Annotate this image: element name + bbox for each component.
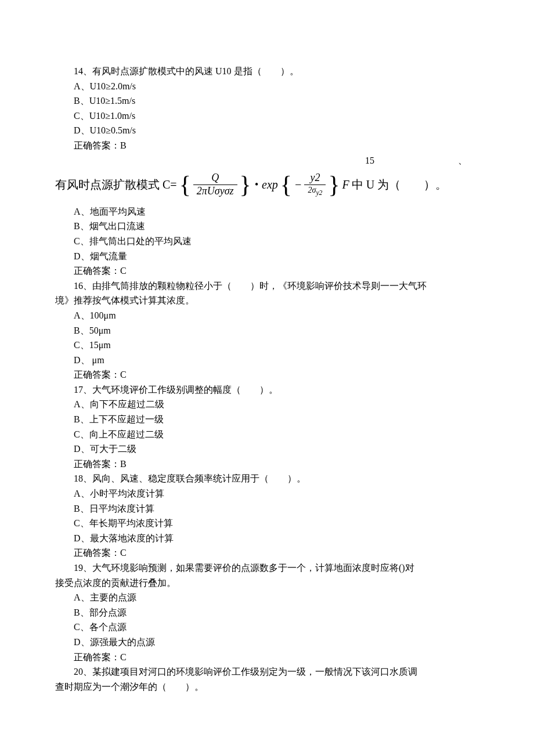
q14-opt-c: C、U10≥1.0m/s (55, 108, 479, 124)
q14-text: 14、有风时点源扩散模式中的风速 U10 是指（ ）。 (55, 64, 479, 79)
q15-frac2-num: y2 (306, 172, 323, 185)
minus-icon: − (294, 175, 302, 194)
q19-line1: 19、大气环境影响预测，如果需要评价的点源数多于一个，计算地面浓度时应将()对 (55, 560, 479, 576)
q15-opt-c: C、排气筒出口处的平均风速 (55, 234, 479, 249)
q18-opt-b: B、日平均浓度计算 (55, 501, 479, 516)
q15-number-line: 15 、 (55, 153, 479, 168)
brace-right-1: } (240, 175, 251, 195)
q14-opt-d: D、U10≥0.5m/s (55, 123, 479, 138)
q17-opt-d: D、可大于二级 (55, 442, 479, 457)
q18-text: 18、风向、风速、稳定度联合频率统计应用于（ ）。 (55, 471, 479, 486)
q14-opt-b: B、U10≥1.5m/s (55, 93, 479, 108)
q19-opt-b: B、部分点源 (55, 605, 479, 620)
q19-opt-a: A、主要的点源 (55, 590, 479, 605)
q15-exp: exp (262, 175, 278, 194)
brace-left-1: { (179, 175, 191, 195)
q19-answer: 正确答案：C (55, 650, 479, 665)
q15-opt-a: A、地面平均风速 (55, 204, 479, 219)
q17-answer: 正确答案：B (55, 457, 479, 472)
q17-text: 17、大气环境评价工作级别调整的幅度（ ）。 (55, 382, 479, 397)
q18-opt-a: A、小时平均浓度计算 (55, 486, 479, 501)
q15-formula-prefix: 有风时点源扩散模式 C= (55, 175, 177, 194)
q20-line2: 查时期应为一个潮汐年的（ ）。 (55, 679, 479, 694)
q18-opt-c: C、年长期平均浓度计算 (55, 516, 479, 531)
q16-opt-b: B、50μm (55, 323, 479, 338)
q14-opt-a: A、U10≥2.0m/s (55, 79, 479, 94)
q15-num: 15 (365, 155, 374, 165)
q16-opt-d: D、 μm (55, 353, 479, 368)
q18-answer: 正确答案：C (55, 545, 479, 560)
q15-formula-suffix: 中 U 为（ ）。 (352, 175, 447, 194)
q16-opt-c: C、15μm (55, 338, 479, 353)
q16-line2: 境》推荐按气体模式计算其浓度。 (55, 293, 479, 308)
q16-opt-a: A、100μm (55, 308, 479, 323)
q19-opt-d: D、源强最大的点源 (55, 635, 479, 650)
q20-line1: 20、某拟建项目对河口的环境影响评价工作级别定为一级，一般情况下该河口水质调 (55, 664, 479, 679)
q15-answer: 正确答案：C (55, 263, 479, 278)
q16-line1: 16、由排气筒排放的颗粒物粒径小于（ ）时，《环境影响评价技术导则一一大气环 (55, 278, 479, 294)
q17-opt-a: A、向下不应超过二级 (55, 397, 479, 412)
q15-dunhao: 、 (458, 153, 467, 168)
q15-frac1: Q 2πUσyσz (193, 172, 237, 197)
q19-line2: 接受点浓度的贡献进行叠加。 (55, 576, 479, 591)
q17-opt-b: B、上下不应超过一级 (55, 412, 479, 427)
q15-frac2-den: 2σy2 (304, 185, 326, 197)
q17-opt-c: C、向上不应超过二级 (55, 427, 479, 442)
brace-left-2: { (280, 175, 292, 195)
q18-opt-d: D、最大落地浓度的计算 (55, 531, 479, 546)
q15-frac1-den: 2πUσyσz (193, 185, 237, 197)
q14-answer: 正确答案：B (55, 138, 479, 153)
q19-opt-c: C、各个点源 (55, 620, 479, 635)
q15-opt-d: D、烟气流量 (55, 249, 479, 264)
brace-right-2: } (328, 175, 340, 195)
q15-formula: 有风时点源扩散模式 C= { Q 2πUσyσz } • exp { − y2 … (55, 168, 479, 204)
q15-formula-F: F (342, 175, 349, 194)
q15-opt-b: B、烟气出口流速 (55, 219, 479, 234)
q15-frac1-num: Q (208, 172, 222, 185)
dot-icon: • (255, 176, 258, 193)
q16-answer: 正确答案：C (55, 367, 479, 382)
q15-frac2: y2 2σy2 (304, 172, 326, 197)
